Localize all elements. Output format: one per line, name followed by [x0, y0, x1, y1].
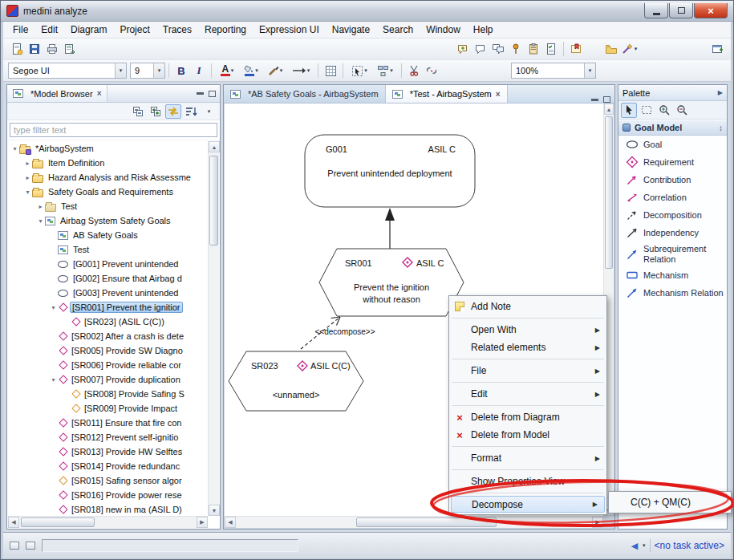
- back-arrow-icon[interactable]: ◀: [631, 541, 638, 551]
- palette-header[interactable]: Palette ▶: [618, 85, 727, 101]
- grid-icon[interactable]: [322, 62, 339, 79]
- collapse-all-icon[interactable]: [130, 104, 146, 119]
- tree-item[interactable]: [SR015] Safing sensor algor: [8, 473, 208, 488]
- expander-icon[interactable]: ▾: [36, 217, 45, 225]
- open-folder-icon[interactable]: [602, 40, 620, 58]
- menu-search[interactable]: Search: [376, 22, 420, 37]
- link-with-editor-icon[interactable]: [165, 104, 181, 119]
- tree-item[interactable]: ▾Safety Goals and Requirements: [8, 185, 208, 199]
- dropdown-icon[interactable]: ▾: [643, 542, 646, 549]
- marquee-tool-icon[interactable]: [639, 103, 655, 118]
- palette-item-decomposition[interactable]: Decomposition: [618, 206, 727, 224]
- expander-icon[interactable]: ▾: [10, 145, 19, 152]
- select-mode-button[interactable]: ▾: [347, 62, 372, 79]
- tree-item[interactable]: [SR016] Provide power rese: [8, 488, 208, 502]
- menu-help[interactable]: Help: [467, 22, 500, 37]
- tree-item[interactable]: [G001] Prevent unintended: [8, 257, 208, 271]
- tree-item[interactable]: ▸Hazard Analysis and Risk Assessme: [8, 170, 208, 185]
- palette-item-mechanism[interactable]: Mechanism: [618, 266, 727, 284]
- tree-item[interactable]: [G002] Ensure that Airbag d: [8, 271, 208, 286]
- tree-item[interactable]: ▸Item Definition: [8, 156, 208, 170]
- view-menu-icon[interactable]: ▾: [201, 104, 217, 119]
- minimize-panel-icon[interactable]: [591, 99, 598, 101]
- menu-item-format[interactable]: Format▶: [449, 449, 606, 467]
- menu-item-file[interactable]: File▶: [449, 362, 606, 379]
- tree-item-selected[interactable]: ▾[SR001] Prevent the ignitior: [8, 300, 208, 314]
- menu-item-delete-from-model[interactable]: ×Delete from Model: [449, 426, 606, 444]
- menu-item-show-properties-view[interactable]: Show Properties View: [449, 473, 606, 490]
- menu-item-decompose[interactable]: Decompose▶: [451, 496, 605, 513]
- menu-project[interactable]: Project: [113, 22, 156, 37]
- expand-all-icon[interactable]: [148, 104, 164, 119]
- close-button[interactable]: ×: [694, 3, 728, 18]
- expander-icon[interactable]: ▸: [36, 203, 45, 210]
- tree-item[interactable]: ▸Test: [8, 199, 208, 213]
- tree-item[interactable]: Test: [8, 242, 208, 257]
- tree-item[interactable]: [SR013] Provide HW Selftes: [8, 444, 208, 459]
- palette-item-correlation[interactable]: Correlation: [618, 189, 727, 206]
- line-style-button[interactable]: ▾: [287, 62, 314, 79]
- expander-icon[interactable]: ▾: [23, 189, 32, 196]
- bookmark-icon[interactable]: [567, 40, 585, 58]
- tree-item[interactable]: [SR012] Prevent self-ignitio: [8, 430, 208, 444]
- menu-expression-ui[interactable]: Expression UI: [253, 22, 326, 37]
- palette-item-mechanism-relation[interactable]: Mechanism Relation: [618, 284, 727, 302]
- font-size-combo[interactable]: 9 ▾: [130, 63, 165, 79]
- perspective-icon[interactable]: [26, 542, 35, 550]
- zoom-out-tool-icon[interactable]: [674, 103, 690, 118]
- tree-item[interactable]: ▾[SR007] Provide duplication: [8, 372, 208, 387]
- minimize-button[interactable]: [644, 3, 668, 18]
- magic-wand-icon[interactable]: ▾: [620, 40, 638, 58]
- close-icon[interactable]: ×: [496, 90, 501, 99]
- scroll-down-icon[interactable]: ▼: [209, 505, 220, 516]
- tree-item[interactable]: ▾*AirbagSystem: [8, 141, 208, 156]
- new-diagram-icon[interactable]: [8, 40, 26, 58]
- maximize-panel-icon[interactable]: [209, 91, 216, 97]
- requirement-node-sr001[interactable]: SR001 ASIL C Prevent the ignition withou…: [319, 249, 464, 316]
- scroll-thumb[interactable]: [605, 116, 613, 269]
- decompose-arrow[interactable]: <<decompose>>: [301, 317, 375, 349]
- tree-item[interactable]: [SR009] Provide Impact: [8, 401, 208, 416]
- save-icon[interactable]: [26, 40, 43, 58]
- scroll-left-icon[interactable]: ◀: [8, 517, 19, 528]
- task-list-icon[interactable]: [542, 40, 560, 58]
- tree-item[interactable]: AB Safety Goals: [8, 228, 208, 242]
- subrequirement-arrow[interactable]: [385, 208, 395, 249]
- palette-item-goal[interactable]: Goal: [618, 136, 727, 153]
- dropdown-icon[interactable]: ▾: [584, 63, 595, 78]
- expander-icon[interactable]: ▸: [23, 160, 32, 167]
- expander-icon[interactable]: ▾: [49, 376, 58, 383]
- zoom-in-tool-icon[interactable]: [656, 103, 672, 118]
- font-name-combo[interactable]: Segoe UI ▾: [8, 63, 127, 79]
- broken-link-icon[interactable]: [423, 62, 440, 79]
- tree-item[interactable]: [SR018] new in ma (ASIL D): [8, 502, 208, 516]
- menu-file[interactable]: File: [6, 22, 34, 37]
- font-color-button[interactable]: A ▾: [215, 62, 239, 79]
- select-tool-icon[interactable]: [621, 103, 637, 118]
- fast-view-icon[interactable]: [10, 542, 19, 550]
- menu-item-open-with[interactable]: Open With▶: [449, 321, 606, 339]
- clipboard-icon[interactable]: [525, 40, 542, 58]
- tree-item[interactable]: ▾Airbag System Safety Goals: [8, 213, 208, 228]
- sort-icon[interactable]: [183, 104, 199, 119]
- palette-item-contribution[interactable]: Contribution: [618, 171, 727, 189]
- menu-reporting[interactable]: Reporting: [198, 22, 253, 37]
- palette-collapse-icon[interactable]: ▶: [718, 89, 723, 96]
- drawer-pin-icon[interactable]: ↕: [719, 124, 723, 132]
- fill-color-button[interactable]: ▾: [239, 62, 263, 79]
- scroll-left-icon[interactable]: ◀: [225, 517, 236, 528]
- tab-test-airbagsystem[interactable]: *Test - AirbagSystem ×: [386, 85, 508, 103]
- title-bar[interactable]: medini analyze ×: [1, 1, 733, 22]
- comments-icon[interactable]: [489, 40, 507, 58]
- palette-item-requirement[interactable]: Requirement: [618, 153, 727, 171]
- scroll-thumb[interactable]: [356, 517, 497, 527]
- requirement-node-sr023[interactable]: SR023 ASIL C(C) <unnamed>: [229, 351, 363, 411]
- tree-item[interactable]: [SR023] (ASIL C(C)): [8, 314, 208, 329]
- layout-button[interactable]: ▾: [372, 62, 398, 79]
- maximize-button[interactable]: [669, 3, 693, 18]
- menu-traces[interactable]: Traces: [156, 22, 198, 37]
- menu-item-add-note[interactable]: Add Note: [449, 298, 606, 315]
- menu-item-edit[interactable]: Edit▶: [449, 385, 606, 403]
- add-comment-icon[interactable]: [454, 40, 472, 58]
- scroll-right-icon[interactable]: ▶: [197, 517, 208, 528]
